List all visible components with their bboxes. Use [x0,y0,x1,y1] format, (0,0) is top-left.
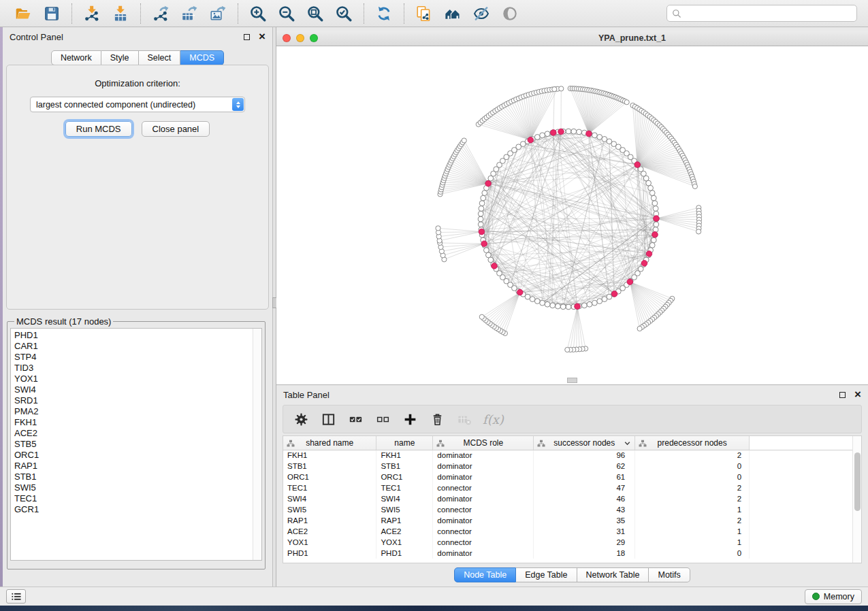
network-leaf-node[interactable] [479,314,484,319]
search-box[interactable] [666,5,857,22]
mcds-result-item[interactable]: CAR1 [14,341,253,352]
network-hub-node[interactable] [528,137,534,143]
delete-button[interactable] [427,409,447,429]
run-mcds-button[interactable]: Run MCDS [65,121,132,137]
network-leaf-node[interactable] [565,347,570,352]
save-session-button[interactable] [40,3,63,24]
mcds-result-item[interactable]: PMA2 [14,406,253,417]
mcds-result-item[interactable]: SRD1 [14,395,253,406]
hide-graphics-details-button[interactable] [470,3,493,24]
table-row[interactable]: SWI4SWI4dominator462 [283,493,861,504]
minimize-window-traffic-light[interactable] [296,34,304,42]
columns-button[interactable] [318,409,338,429]
export-network-button[interactable] [149,3,172,24]
network-canvas[interactable] [276,46,868,384]
table-tab-edge-table[interactable]: Edge Table [516,567,577,582]
tab-select[interactable]: Select [139,50,181,65]
network-node[interactable] [545,131,550,137]
table-row[interactable]: TEC1TEC1connector472 [283,482,861,493]
network-hub-node[interactable] [558,129,564,135]
network-hub-node[interactable] [634,162,641,168]
network-hub-node[interactable] [481,241,487,247]
close-panel-button[interactable]: Close panel [142,121,210,137]
float-table-panel-icon[interactable] [839,392,846,398]
table-scrollbar-thumb[interactable] [854,452,861,511]
network-node[interactable] [597,299,602,304]
task-history-button[interactable] [6,589,26,604]
column-header-name[interactable]: name [376,436,433,450]
network-graph[interactable] [276,46,868,384]
network-node[interactable] [592,300,598,306]
network-node[interactable] [540,300,545,306]
column-header-successor-nodes[interactable]: successor nodes [534,436,635,450]
table-row[interactable]: STB1STB1dominator620 [283,461,861,472]
network-node[interactable] [566,304,571,310]
tab-mcds[interactable]: MCDS [180,50,224,65]
mcds-result-item[interactable]: STP4 [14,352,253,363]
network-node[interactable] [484,248,489,253]
table-row[interactable]: SWI5SWI5connector431 [283,504,861,515]
apply-layout-button[interactable] [372,3,396,24]
mcds-list-scrollbar[interactable] [253,329,261,560]
network-hub-node[interactable] [479,229,485,235]
zoom-in-button[interactable] [246,3,270,24]
network-node[interactable] [651,237,656,243]
network-node[interactable] [482,191,487,196]
network-node[interactable] [556,303,561,309]
network-node[interactable] [653,227,658,233]
open-session-button[interactable] [12,3,35,24]
network-leaf-node[interactable] [637,326,642,331]
table-row[interactable]: ACE2ACE2connector311 [283,526,861,537]
table-row[interactable]: YOX1YOX1connector291 [283,537,861,548]
network-node[interactable] [649,243,655,248]
memory-button[interactable]: Memory [805,589,862,604]
mcds-result-item[interactable]: SWI5 [14,482,253,493]
mcds-result-item[interactable]: TEC1 [14,493,253,504]
network-node[interactable] [479,206,484,212]
mcds-result-item[interactable]: SWI4 [14,384,253,395]
network-node[interactable] [560,304,566,310]
close-table-panel-icon[interactable]: × [854,391,861,398]
network-hub-node[interactable] [627,279,633,285]
import-network-button[interactable] [80,3,103,24]
mcds-result-item[interactable]: GCR1 [14,504,253,515]
table-tab-node-table[interactable]: Node Table [454,567,516,582]
select-all-button[interactable] [345,409,366,429]
network-node[interactable] [534,135,540,140]
zoom-out-button[interactable] [275,3,298,24]
destroy-table-button[interactable] [454,409,475,429]
table-scrollbar[interactable] [852,436,861,563]
network-node[interactable] [648,185,654,191]
deselect-all-button[interactable] [372,409,393,429]
function-builder-button[interactable]: f(x) [483,412,504,427]
mcds-result-item[interactable]: TID3 [14,363,253,374]
network-node[interactable] [592,133,598,138]
table-row[interactable]: PHD1PHD1dominator180 [283,548,861,559]
network-leaf-node[interactable] [624,100,629,105]
network-hub-node[interactable] [586,131,592,137]
network-node[interactable] [478,216,483,222]
network-hub-node[interactable] [652,232,658,238]
zoom-fit-button[interactable] [304,3,327,24]
network-node[interactable] [545,301,550,307]
network-node[interactable] [540,133,545,138]
network-node[interactable] [602,297,607,302]
tab-network[interactable]: Network [51,50,101,65]
mcds-result-item[interactable]: FKH1 [14,417,253,428]
network-node[interactable] [481,195,486,201]
network-node[interactable] [587,301,592,307]
table-row[interactable]: FKH1FKH1dominator962 [283,450,861,461]
network-node[interactable] [566,129,571,134]
table-tab-network-table[interactable]: Network Table [577,567,649,582]
export-table-button[interactable] [178,3,201,24]
mcds-result-item[interactable]: RAP1 [14,461,253,472]
search-input[interactable] [685,9,852,18]
tab-style[interactable]: Style [101,50,139,65]
add-button[interactable] [400,409,420,429]
export-image-button[interactable] [206,3,229,24]
mcds-result-item[interactable]: ACE2 [14,428,253,439]
network-node[interactable] [478,222,483,227]
table-row[interactable]: ORC1ORC1dominator610 [283,472,861,482]
close-window-traffic-light[interactable] [283,34,291,42]
network-node[interactable] [571,129,577,134]
